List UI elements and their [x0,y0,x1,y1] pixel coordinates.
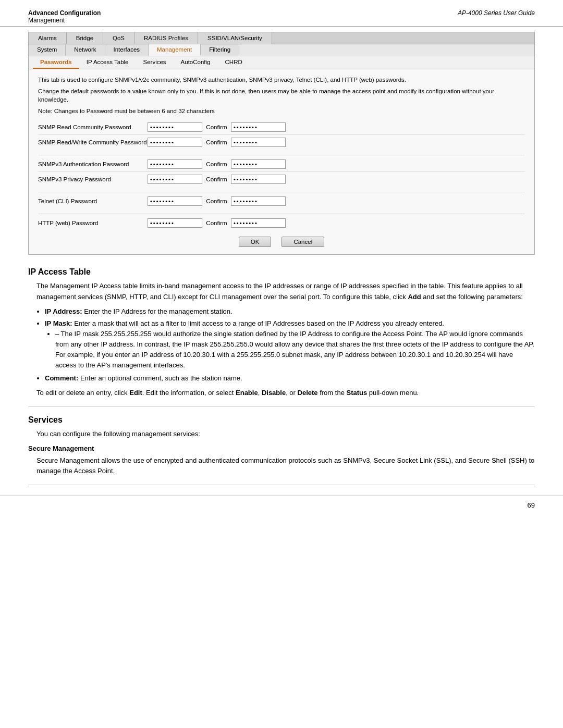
secure-management-body: Secure Management allows the use of encr… [36,455,535,476]
pw-row-snmpv3-priv: SNMPv3 Privacy Password Confirm [38,175,525,187]
tab-bar-mid: System Network Interfaces Management Fil… [29,44,534,56]
pw-input-snmp-readwrite[interactable] [148,138,202,147]
cancel-button[interactable]: Cancel [282,237,324,247]
tab-ssid-vlan-security[interactable]: SSID/VLAN/Security [198,32,272,44]
panel-warn: Change the default passwords to a value … [38,87,525,104]
ip-access-table-body1: The Management IP Access table limits in… [36,281,535,302]
tab-bridge[interactable]: Bridge [67,32,103,44]
services-section: Services You can configure the following… [28,415,535,476]
pw-row-telnet: Telnet (CLI) Password Confirm [38,196,525,208]
pw-confirm-label-snmpv3-auth: Confirm [202,161,231,167]
page-footer: 69 [0,496,563,514]
services-heading: Services [28,415,535,425]
pw-section-http: HTTP (web) Password Confirm [38,218,525,230]
tab-ip-access-table[interactable]: IP Access Table [79,56,136,69]
ui-panel: Alarms Bridge QoS RADIUS Profiles SSID/V… [28,32,535,255]
tab-bar-top: Alarms Bridge QoS RADIUS Profiles SSID/V… [29,32,534,44]
section-divider-2 [28,485,535,485]
pw-confirm-label-snmpv3-priv: Confirm [202,176,231,182]
pw-confirm-http[interactable] [231,218,286,228]
tab-autoconfig[interactable]: AutoConfig [174,56,218,69]
tab-chrd[interactable]: CHRD [218,56,250,69]
pw-label-snmpv3-priv: SNMPv3 Privacy Password [38,176,148,182]
sub-bullet-ip-mask-detail: The IP mask 255.255.255.255 would author… [55,329,535,371]
divider-2 [38,192,525,192]
pw-row-snmp-readwrite: SNMP Read/Write Community Password Confi… [38,138,525,150]
pw-section-snmp: SNMP Read Community Password Confirm SNM… [38,122,525,150]
pw-input-snmpv3-priv[interactable] [148,175,202,184]
ip-access-table-heading: IP Access Table [28,267,535,277]
tab-alarms[interactable]: Alarms [29,32,67,44]
page-header: Advanced Configuration Management AP-400… [0,0,563,27]
header-left: Advanced Configuration Management [28,9,101,24]
divider-1 [38,155,525,155]
button-row: OK Cancel [38,237,525,247]
bullet-ip-mask: IP Mask: Enter a mask that will act as a… [45,318,535,371]
pw-confirm-label-snmp-read: Confirm [202,124,231,130]
pw-confirm-snmpv3-priv[interactable] [231,175,286,184]
pw-confirm-telnet[interactable] [231,196,286,206]
pw-input-telnet[interactable] [148,196,202,206]
bullet-comment: Comment: Enter an optional comment, such… [45,373,535,384]
pw-confirm-label-telnet: Confirm [202,198,231,204]
header-subtitle: Management [28,17,101,24]
pw-label-http: HTTP (web) Password [38,220,148,226]
tab-system[interactable]: System [29,44,66,56]
tab-passwords[interactable]: Passwords [33,56,79,69]
pw-section-telnet: Telnet (CLI) Password Confirm [38,196,525,208]
header-title: Advanced Configuration [28,9,101,17]
pw-confirm-label-snmp-readwrite: Confirm [202,139,231,145]
page-number: 69 [528,501,535,509]
pw-input-snmp-read[interactable] [148,122,202,132]
bullet-ip-address: IP Address: Enter the IP Address for the… [45,306,535,317]
tab-management[interactable]: Management [149,44,201,56]
panel-body: This tab is used to configure SNMPv1/v2c… [29,69,534,254]
tab-interfaces[interactable]: Interfaces [105,44,149,56]
pw-label-telnet: Telnet (CLI) Password [38,198,148,204]
secure-management-subheading: Secure Management [28,445,535,452]
pw-label-snmp-read: SNMP Read Community Password [38,124,148,130]
pw-row-snmpv3-auth: SNMPv3 Authentication Password Confirm [38,159,525,172]
pw-row-snmp-read: SNMP Read Community Password Confirm [38,122,525,135]
tab-qos[interactable]: QoS [103,32,134,44]
divider-3 [38,214,525,214]
pw-input-snmpv3-auth[interactable] [148,159,202,169]
panel-note: Note: Changes to Password must be betwee… [38,107,525,115]
pw-confirm-snmpv3-auth[interactable] [231,159,286,169]
pw-confirm-label-http: Confirm [202,220,231,226]
pw-confirm-snmp-read[interactable] [231,122,286,132]
tab-network[interactable]: Network [66,44,105,56]
pw-row-http: HTTP (web) Password Confirm [38,218,525,230]
section-divider-1 [28,406,535,407]
header-right: AP-4000 Series User Guide [458,9,535,24]
ip-access-table-bullets: IP Address: Enter the IP Address for the… [45,306,535,384]
sub-bullet-list: The IP mask 255.255.255.255 would author… [55,329,535,371]
ok-button[interactable]: OK [239,237,272,247]
pw-confirm-snmp-readwrite[interactable] [231,138,286,147]
tab-radius-profiles[interactable]: RADIUS Profiles [134,32,198,44]
tab-services[interactable]: Services [136,56,174,69]
pw-input-http[interactable] [148,218,202,228]
ip-access-table-section: IP Access Table The Management IP Access… [28,267,535,398]
services-body: You can configure the following manageme… [36,429,535,439]
main-content: Alarms Bridge QoS RADIUS Profiles SSID/V… [0,32,563,485]
panel-desc: This tab is used to configure SNMPv1/v2c… [38,76,525,84]
tab-bar-sub: Passwords IP Access Table Services AutoC… [29,56,534,69]
ip-access-table-body2: To edit or delete an entry, click Edit. … [36,388,535,398]
tab-filtering[interactable]: Filtering [201,44,239,56]
pw-label-snmp-readwrite: SNMP Read/Write Community Password [38,139,148,145]
pw-section-snmpv3: SNMPv3 Authentication Password Confirm S… [38,159,525,187]
pw-label-snmpv3-auth: SNMPv3 Authentication Password [38,161,148,167]
